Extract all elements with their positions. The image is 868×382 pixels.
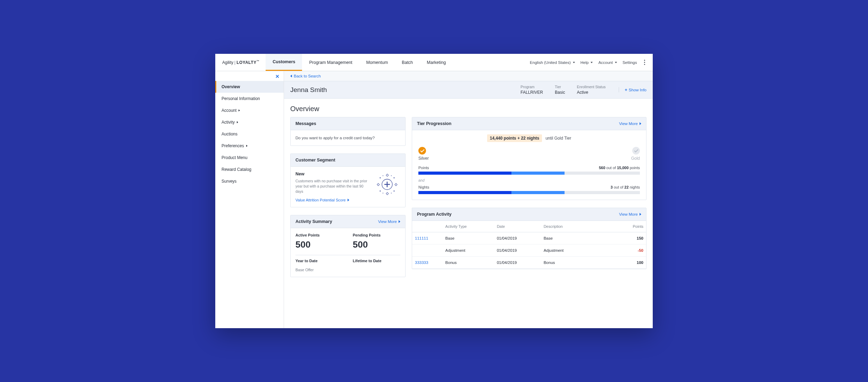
svg-point-3	[380, 177, 381, 178]
tier-to-name: Gold	[631, 156, 640, 161]
sidebar-item-reward-catalog[interactable]: Reward Catalog	[215, 164, 284, 175]
right-column: Tier Progression View More 14,440 points…	[412, 117, 646, 326]
show-info-button[interactable]: + Show Info	[619, 87, 646, 92]
app-window: Agility | LOYALTY™ Customers Program Man…	[215, 54, 653, 328]
messages-body: Do you want to apply for a credit card t…	[291, 130, 405, 146]
active-points-label: Active Points	[295, 233, 343, 237]
active-points-value: 500	[295, 239, 343, 250]
svg-rect-10	[386, 192, 389, 195]
svg-point-13	[383, 193, 383, 193]
segment-score-link[interactable]: Value Attrition Potential Score	[295, 198, 370, 202]
program-activity-title: Program Activity	[417, 212, 452, 217]
segment-name: New	[295, 172, 370, 176]
sidebar-item-personal-info[interactable]: Personal Information	[215, 93, 284, 105]
sidebar-item-account[interactable]: Account	[215, 105, 284, 116]
messages-title: Messages	[295, 121, 316, 126]
brand-logo: Agility | LOYALTY™	[215, 54, 266, 71]
layout: ✕ Overview Personal Information Account …	[215, 71, 653, 328]
svg-point-4	[394, 177, 395, 178]
meta-program: Program FALLRIVER	[520, 85, 543, 95]
main-nav: Customers Program Management Momentum Ba…	[266, 54, 453, 71]
main-content: Back to Search Jenna Smith Program FALLR…	[284, 71, 653, 328]
chevron-right-icon	[237, 121, 238, 123]
sidebar-item-surveys[interactable]: Surveys	[215, 175, 284, 187]
table-row: 111111 Base 01/04/2019 Base 150	[412, 232, 646, 244]
tier-from-name: Silver	[418, 156, 429, 161]
base-offer-label: Base Offer	[295, 268, 400, 272]
program-activity-table: Activity Type Date Description Points 11…	[412, 221, 646, 269]
brand-line2: LOYALTY™	[236, 60, 259, 65]
svg-point-14	[391, 193, 392, 193]
chevron-right-icon	[640, 213, 641, 216]
points-progress-text: 560 out of 15,000 points	[599, 166, 640, 170]
points-label: Points	[418, 166, 429, 170]
top-bar: Agility | LOYALTY™ Customers Program Man…	[215, 54, 653, 71]
pending-points-label: Pending Points	[353, 233, 400, 237]
nav-batch[interactable]: Batch	[395, 54, 420, 71]
tier-title: Tier Progression	[417, 121, 451, 126]
kebab-menu-icon[interactable]	[643, 58, 647, 67]
customer-meta: Program FALLRIVER Tier Basic Enrollment …	[520, 85, 646, 95]
activity-summary-title: Activity Summary	[295, 219, 332, 224]
ltd-label: Lifetime to Date	[353, 259, 400, 263]
nights-progress-text: 3 out of 22 nights	[611, 185, 640, 189]
customer-header: Jenna Smith Program FALLRIVER Tier Basic…	[284, 81, 653, 99]
left-column: Messages Do you want to apply for a cred…	[290, 117, 406, 326]
table-row: 333333 Bonus 01/04/2019 Bonus 100	[412, 257, 646, 269]
messages-card: Messages Do you want to apply for a cred…	[290, 117, 406, 146]
caret-down-icon	[615, 62, 617, 63]
activity-id-link[interactable]: 111111	[412, 232, 443, 244]
nav-customers[interactable]: Customers	[266, 54, 302, 71]
sidebar-item-activity[interactable]: Activity	[215, 116, 284, 128]
chevron-right-icon	[399, 220, 400, 223]
tier-to-badge-icon	[632, 147, 640, 155]
program-activity-card: Program Activity View More Activity Type…	[412, 208, 646, 269]
svg-rect-7	[377, 183, 379, 186]
points-progress-bar	[418, 172, 640, 175]
sidebar-item-product-menu[interactable]: Product Menu	[215, 152, 284, 164]
svg-point-11	[383, 175, 383, 176]
caret-down-icon	[591, 62, 593, 63]
tier-progression-card: Tier Progression View More 14,440 points…	[412, 117, 646, 200]
account-menu[interactable]: Account	[598, 60, 617, 65]
page-title: Overview	[284, 99, 653, 117]
svg-point-12	[391, 175, 392, 176]
sidebar: ✕ Overview Personal Information Account …	[215, 71, 284, 328]
brand-line1: Agility	[222, 60, 233, 65]
nav-momentum[interactable]: Momentum	[359, 54, 395, 71]
sidebar-item-overview[interactable]: Overview	[215, 81, 284, 93]
sparkle-plus-icon	[374, 172, 400, 197]
activity-view-more-link[interactable]: View More	[378, 219, 400, 224]
tier-and-label: and	[418, 178, 640, 182]
sidebar-nav: Overview Personal Information Account Ac…	[215, 71, 284, 187]
activity-id-link[interactable]: 333333	[412, 257, 443, 269]
pending-points-value: 500	[353, 239, 400, 250]
svg-point-5	[380, 191, 381, 192]
sidebar-item-preferences[interactable]: Preferences	[215, 140, 284, 152]
sidebar-item-auctions[interactable]: Auctions	[215, 128, 284, 140]
nav-marketing[interactable]: Marketing	[420, 54, 453, 71]
chevron-right-icon	[239, 109, 240, 111]
settings-link[interactable]: Settings	[623, 60, 637, 65]
meta-tier: Tier Basic	[555, 85, 565, 95]
chevron-left-icon	[290, 75, 292, 77]
customer-segment-card: Customer Segment New Customers with no p…	[290, 153, 406, 207]
svg-point-6	[394, 191, 395, 192]
top-right-menu: English (United States) Help Account Set…	[530, 54, 646, 71]
help-menu[interactable]: Help	[581, 60, 593, 65]
caret-down-icon	[573, 62, 575, 63]
plus-icon: +	[625, 87, 627, 92]
tier-from-badge-icon	[418, 147, 426, 155]
back-to-search-link[interactable]: Back to Search	[284, 71, 653, 81]
language-selector[interactable]: English (United States)	[530, 60, 575, 65]
program-activity-view-more-link[interactable]: View More	[619, 212, 641, 216]
chevron-right-icon	[246, 145, 248, 147]
segment-title: Customer Segment	[295, 158, 335, 163]
nights-progress-bar	[418, 191, 640, 194]
tier-view-more-link[interactable]: View More	[619, 122, 641, 126]
tier-headline: 14,440 points + 22 nights until Gold Tie…	[418, 136, 640, 141]
chevron-right-icon	[348, 199, 349, 201]
nav-program-management[interactable]: Program Management	[302, 54, 359, 71]
ytd-label: Year to Date	[295, 259, 343, 263]
close-sidebar-icon[interactable]: ✕	[275, 74, 279, 79]
